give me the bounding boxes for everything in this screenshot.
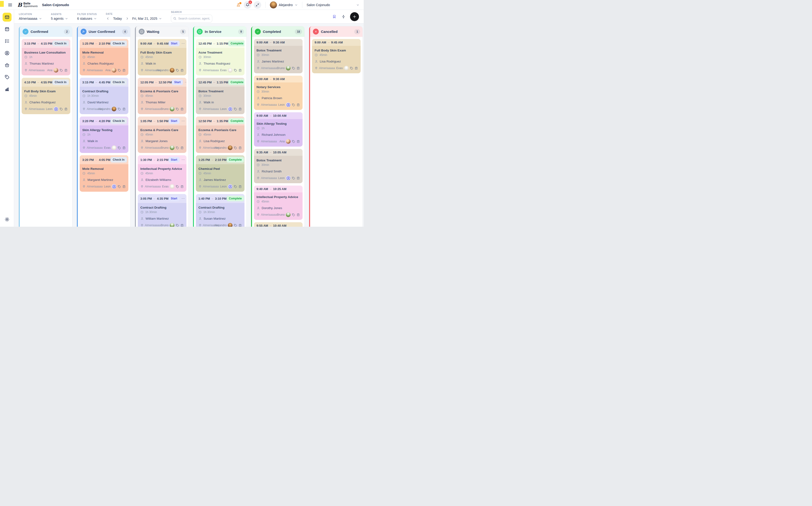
bookmark-icon[interactable]: [332, 14, 337, 19]
workspace-select[interactable]: Salon Cojonudo: [307, 3, 360, 7]
appointment-card[interactable]: 3:20 PM–4:20 PMCheck InSkin Allergy Test…: [80, 116, 128, 153]
tag-icon[interactable]: [118, 69, 121, 72]
note-icon[interactable]: [238, 69, 242, 72]
tag-icon[interactable]: [175, 107, 179, 111]
tag-icon[interactable]: [350, 67, 353, 70]
note-icon[interactable]: [238, 107, 242, 111]
tag-icon[interactable]: [175, 146, 179, 150]
appointment-card[interactable]: 1:40 PM–3:10 PMCompleteContract Drafting…: [196, 194, 244, 227]
appointment-card[interactable]: 9:35 AM–10:05 AMBotox Treatment30minRich…: [254, 149, 303, 183]
check-in-button[interactable]: Check In: [110, 79, 127, 85]
tag-icon[interactable]: [292, 176, 295, 180]
check-in-button[interactable]: Check In: [110, 157, 127, 163]
appointment-card[interactable]: 12:45 PM–1:15 PMCompleteBotox Treatment3…: [196, 78, 244, 114]
appointment-card[interactable]: 1:25 PM–2:10 PMCheck InMole Removal45min…: [80, 39, 128, 75]
appointment-card[interactable]: 3:20 PM–4:05 PMCheck InMole Removal45min…: [80, 155, 128, 192]
note-icon[interactable]: [180, 185, 184, 188]
appointment-card[interactable]: 12:05 PM–12:50 PMStartEczema & Psoriasis…: [138, 78, 187, 114]
tag-icon[interactable]: [292, 67, 295, 70]
tag-icon[interactable]: [175, 69, 179, 72]
sidebar-item-kanban-board-icon[interactable]: [3, 13, 11, 22]
add-appointment-button[interactable]: [350, 12, 359, 21]
date-picker[interactable]: Fri, Mar 21, 2025: [132, 17, 162, 20]
tag-icon[interactable]: [292, 103, 295, 107]
tag-icon[interactable]: [234, 146, 237, 150]
sidebar-item-checklist-icon[interactable]: [3, 37, 11, 46]
note-icon[interactable]: [355, 67, 358, 70]
complete-button[interactable]: Complete: [228, 40, 244, 46]
note-icon[interactable]: [180, 107, 184, 111]
note-icon[interactable]: [238, 185, 242, 188]
tag-icon[interactable]: [118, 146, 121, 150]
location-select[interactable]: Almeriaaaaa: [19, 17, 42, 20]
note-icon[interactable]: [64, 69, 68, 72]
appointment-card[interactable]: 9:00 AM–9:30 AMBotox Treatment30minJames…: [254, 39, 303, 73]
sidebar-item-calendar-icon[interactable]: [3, 25, 11, 33]
hamburger-menu-icon[interactable]: [7, 1, 14, 8]
collapse-vertical-icon[interactable]: [341, 14, 346, 19]
note-icon[interactable]: [180, 146, 184, 150]
appointment-card[interactable]: 1:30 PM–2:15 PMStartIntellectual Propert…: [138, 155, 187, 192]
appointment-card[interactable]: 3:15 PM–4:15 PMCheck InBusiness Law Cons…: [22, 39, 70, 75]
compress-icon[interactable]: [254, 1, 261, 9]
check-in-button[interactable]: Check In: [110, 118, 127, 124]
appointment-card[interactable]: 9:55 AM–10:40 AMFull Body Skin Exam45min…: [254, 222, 303, 227]
complete-button[interactable]: Complete: [228, 79, 244, 85]
tag-icon[interactable]: [60, 107, 63, 111]
notifications-bell-icon[interactable]: 1: [244, 1, 251, 9]
tag-icon[interactable]: [175, 224, 179, 227]
check-in-button[interactable]: Check In: [53, 79, 69, 85]
agents-select[interactable]: 5 agents: [51, 17, 68, 20]
appointment-card[interactable]: 9:00 AM–9:30 AMNotary Services30minPatri…: [254, 76, 303, 110]
tag-icon[interactable]: [234, 69, 237, 72]
tag-icon[interactable]: [292, 213, 295, 217]
sidebar-item-basket-icon[interactable]: [3, 61, 11, 70]
user-menu[interactable]: Alejandro: [270, 1, 298, 8]
complete-button[interactable]: Complete: [227, 196, 244, 201]
card-menu-icon[interactable]: [181, 119, 185, 123]
note-icon[interactable]: [296, 67, 300, 70]
next-day-button[interactable]: [125, 16, 129, 21]
prev-day-button[interactable]: [106, 16, 110, 21]
tag-icon[interactable]: [292, 140, 295, 143]
appointment-card[interactable]: 9:00 AM–9:45 AMStartFull Body Skin Exam4…: [138, 39, 187, 75]
note-icon[interactable]: [122, 107, 126, 111]
complete-button[interactable]: Complete: [227, 157, 244, 163]
note-icon[interactable]: [238, 146, 242, 150]
appointment-card[interactable]: 9:00 AM–10:00 AMSkin Allergy Testing1hRi…: [254, 112, 303, 147]
labs-flask-icon[interactable]: [235, 2, 241, 8]
note-icon[interactable]: [122, 146, 126, 150]
card-menu-icon[interactable]: [184, 80, 187, 84]
note-icon[interactable]: [64, 107, 68, 111]
note-icon[interactable]: [180, 224, 184, 227]
today-button[interactable]: Today: [113, 17, 122, 20]
tag-icon[interactable]: [60, 69, 63, 72]
appointment-card[interactable]: 12:50 PM–1:35 PMCompleteEczema & Psorias…: [196, 116, 244, 153]
note-icon[interactable]: [238, 224, 242, 227]
start-button[interactable]: Start: [168, 118, 179, 124]
note-icon[interactable]: [296, 103, 300, 107]
sidebar-item-gear-icon[interactable]: [3, 215, 11, 224]
complete-button[interactable]: Complete: [228, 118, 244, 124]
card-menu-icon[interactable]: [181, 197, 185, 200]
tag-icon[interactable]: [118, 185, 121, 188]
check-in-button[interactable]: Check In: [110, 40, 127, 46]
tag-icon[interactable]: [234, 224, 237, 227]
note-icon[interactable]: [122, 69, 126, 72]
start-button[interactable]: Start: [172, 79, 183, 85]
note-icon[interactable]: [296, 213, 300, 217]
card-menu-icon[interactable]: [181, 158, 185, 162]
tag-icon[interactable]: [175, 185, 179, 188]
appointment-card[interactable]: 9:40 AM–10:25 AMIntellectual Property Ad…: [254, 186, 303, 220]
card-menu-icon[interactable]: [181, 41, 185, 45]
appointment-card[interactable]: 4:10 PM–4:55 PMCheck InFull Body Skin Ex…: [22, 78, 70, 114]
note-icon[interactable]: [296, 176, 300, 180]
tag-icon[interactable]: [234, 107, 237, 111]
appointment-card[interactable]: 3:15 PM–4:45 PMCheck InContract Drafting…: [80, 78, 128, 114]
note-icon[interactable]: [180, 69, 184, 72]
appointment-card[interactable]: 12:45 PM–1:15 PMCompleteAcne Treatment30…: [196, 39, 244, 75]
tag-icon[interactable]: [234, 185, 237, 188]
appointment-card[interactable]: 9:00 AM–9:45 AMFull Body Skin Exam45minL…: [312, 39, 361, 73]
start-button[interactable]: Start: [168, 157, 179, 163]
sidebar-item-bar-chart-icon[interactable]: [3, 85, 11, 93]
